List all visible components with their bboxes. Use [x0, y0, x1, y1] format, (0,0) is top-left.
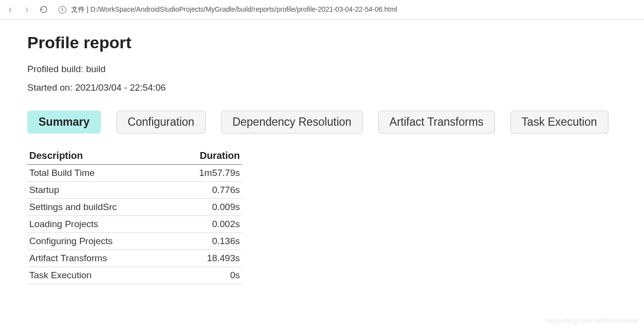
table-row: Task Execution 0s — [27, 267, 242, 284]
cell-description: Settings and buildSrc — [27, 199, 172, 216]
tab-configuration[interactable]: Configuration — [117, 111, 206, 134]
info-icon: i — [59, 6, 66, 14]
cell-description: Total Build Time — [27, 165, 172, 182]
tab-dependency-resolution[interactable]: Dependency Resolution — [221, 111, 363, 134]
cell-duration: 0.002s — [172, 216, 242, 233]
page-title: Profile report — [27, 33, 617, 52]
table-row: Total Build Time 1m57.79s — [27, 165, 242, 182]
table-row: Startup 0.776s — [27, 182, 242, 199]
table-row: Configuring Projects 0.136s — [27, 233, 242, 250]
back-button[interactable] — [6, 5, 15, 14]
url-bar[interactable]: i 文件 | D:/WorkSpace/AndroidStudioProject… — [56, 5, 638, 14]
cell-description: Artifact Transforms — [27, 250, 172, 267]
cell-duration: 0.009s — [172, 199, 242, 216]
tab-artifact-transforms[interactable]: Artifact Transforms — [378, 111, 495, 134]
browser-bar: i 文件 | D:/WorkSpace/AndroidStudioProject… — [0, 0, 644, 19]
cell-description: Loading Projects — [27, 216, 172, 233]
tab-summary[interactable]: Summary — [27, 111, 101, 134]
tabs: Summary Configuration Dependency Resolut… — [27, 111, 617, 134]
url-prefix: 文件 | — [71, 5, 90, 13]
cell-duration: 1m57.79s — [172, 165, 242, 182]
url-text: D:/WorkSpace/AndroidStudioProjects/MyGra… — [90, 5, 397, 13]
summary-table: Description Duration Total Build Time 1m… — [27, 147, 242, 284]
cell-description: Startup — [27, 182, 172, 199]
tab-task-execution[interactable]: Task Execution — [510, 111, 608, 134]
forward-button[interactable] — [22, 5, 31, 14]
reload-button[interactable] — [39, 5, 48, 14]
table-row: Loading Projects 0.002s — [27, 216, 242, 233]
profiled-build: Profiled build: build — [27, 64, 617, 75]
cell-description: Configuring Projects — [27, 233, 172, 250]
header-description: Description — [27, 147, 172, 165]
table-row: Artifact Transforms 18.493s — [27, 250, 242, 267]
cell-duration: 18.493s — [172, 250, 242, 267]
table-row: Settings and buildSrc 0.009s — [27, 199, 242, 216]
cell-description: Task Execution — [27, 267, 172, 284]
cell-duration: 0.136s — [172, 233, 242, 250]
cell-duration: 0s — [172, 267, 242, 284]
page-content: Profile report Profiled build: build Sta… — [0, 19, 644, 298]
started-on: Started on: 2021/03/04 - 22:54:06 — [27, 82, 617, 93]
cell-duration: 0.776s — [172, 182, 242, 199]
header-duration: Duration — [172, 147, 242, 165]
